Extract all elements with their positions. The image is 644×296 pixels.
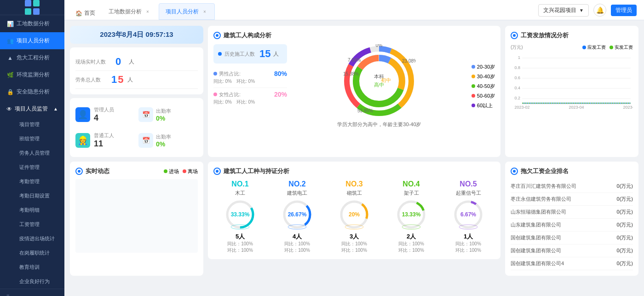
sidebar-item-attendance-date[interactable]: 考勤日期设置 [13,189,64,203]
worker-3: NO.3 砌筑工 20% 3人 [328,180,381,254]
tab-construction-data[interactable]: 工地数据分析 × [102,3,158,20]
worker-attendance-info: 出勤率 0% [156,133,171,148]
svg-text:0.2: 0.2 [514,96,520,100]
svg-text:2023-06: 2023-06 [623,105,633,109]
sidebar-item-cert-mgmt[interactable]: 证件管理 [13,160,64,174]
sidebar-item-project-mgmt[interactable]: 项目管理 [13,117,64,132]
wage-chart-area: 1 0.8 0.6 0.4 0.2 [511,53,633,109]
home-icon: 🏠 [75,10,82,17]
male-stat: 男性占比: 80% 同比: 0% 环比: 0% [213,67,287,88]
wage-title: 工资发放情况分析 [511,31,633,40]
svg-text:0.8: 0.8 [514,65,520,70]
realtime-title: 实时动态 [75,167,109,175]
tab-home[interactable]: 🏠 首页 [70,6,101,20]
svg-text:0%: 0% [376,44,383,48]
sidebar-item-enterprise[interactable]: 企业良好行为 [13,274,64,289]
entry-dot [164,169,167,173]
female-dot [213,93,217,96]
sidebar: 📊 工地数据分析 👥 项目人员分析 ▲ 危大工程分析 🌿 环境监测分析 🔒 安全… [0,0,64,296]
tab-close-construction[interactable]: × [144,8,151,15]
construction-analysis-panel: 建筑工人构成分析 历史施工人数 15 人 [208,26,500,157]
worker-5-circle: 6.67% [442,198,495,231]
svg-text:53.85%: 53.85% [357,108,373,113]
worker-1-tongbi: 同比：100% [213,241,267,247]
svg-text:13.33%: 13.33% [402,211,421,218]
svg-text:6.67%: 6.67% [460,211,476,218]
debt-item-0: 枣庄百川汇建筑劳务有限公司 0(万元) [511,180,633,193]
people-icon: 👥 [6,37,14,45]
wage-legend: 应发工资 实发工资 [582,44,633,51]
sidebar-item-wage-mgmt[interactable]: 工资管理 [13,217,64,232]
tab-close-personnel[interactable]: × [201,8,208,15]
history-stat: 历史施工人数 15 人 [213,44,287,64]
sidebar-item-safety[interactable]: 🔒 安全隐患分析 [0,83,64,100]
svg-text:0.6: 0.6 [514,75,520,80]
worker-1-circle: 33.33% [213,198,267,231]
worker-type-icon [213,168,221,175]
female-row: 女性占比: 20% [213,91,287,98]
svg-text:2023-02: 2023-02 [514,105,529,109]
manager-avatar: 👤 [75,107,90,122]
construction-stats: 历史施工人数 15 人 男性占比: 80% [213,44,287,128]
sidebar-item-major-engineering[interactable]: ▲ 危大工程分析 [0,49,64,66]
dot-40-50 [472,84,475,88]
worker-2-huanbi: 环比：100% [270,247,324,254]
male-label-wrap: 男性占比: [213,70,241,77]
title-icon [213,32,221,39]
sidebar-item-attendance-mgmt[interactable]: 考勤管理 [13,174,64,189]
menu-icon: ≡ [6,293,9,296]
top-controls: 文兴花园项目 ▼ 🔔 管理员 [531,0,644,20]
svg-rect-2 [25,8,31,15]
svg-text:2023-04: 2023-04 [569,105,584,109]
worker-type-card: 建筑工人工种与持证分析 NO.1 木工 [208,162,500,259]
manager-card: 👤 管理人员 4 [75,104,135,126]
female-stat: 女性占比: 20% 同比: 0% 环比: 0% [213,88,287,108]
wage-card: 工资发放情况分析 (万元) 应发工资 实发工资 [505,26,638,157]
debt-item-3: 山东建筑集团有限公司 0(万元) [511,219,633,232]
notification-bell[interactable]: 🔔 [593,4,606,17]
sidebar-item-attendance-detail[interactable]: 考勤明细 [13,203,64,217]
sidebar-collapse-btn[interactable]: ≡ [0,289,64,296]
sidebar-item-team-mgmt[interactable]: 班组管理 [13,132,64,146]
debt-panel: 拖欠工资企业排名 枣庄百川汇建筑劳务有限公司 0(万元) 枣庄永信建筑劳务有限公… [505,162,638,276]
tab-project-personnel[interactable]: 项目人员分析 × [159,3,215,20]
svg-text:26.67%: 26.67% [288,211,307,218]
debt-card: 拖欠工资企业排名 枣庄百川汇建筑劳务有限公司 0(万元) 枣庄永信建筑劳务有限公… [505,162,638,276]
worker-2-tongbi: 同比：100% [270,241,324,247]
manager-attendance-info: 出勤率 0% [156,108,171,122]
sidebar-item-construction-data[interactable]: 📊 工地数据分析 [0,15,64,32]
sidebar-item-covid[interactable]: 疫情进出场统计 [13,232,64,246]
worker-1-huanbi: 环比：100% [213,247,267,254]
worker-type-panel: 建筑工人工种与持证分析 NO.1 木工 [208,162,500,276]
worker-card: 👷 普通工人 11 [75,129,135,151]
sidebar-item-onduty[interactable]: 在岗履职统计 [13,246,64,260]
shield-icon: 🔒 [6,88,14,96]
wage-legend-actual: 实发工资 [610,44,633,51]
worker-2-circle: 26.67% [270,198,324,231]
sidebar-item-env-monitor[interactable]: 🌿 环境监测分析 [0,66,64,83]
svg-rect-1 [33,0,40,6]
debt-item-6: 国创建筑集团有限公司4 0(万元) [511,257,633,270]
sidebar-item-labor-mgmt[interactable]: 劳务人员管理 [13,146,64,160]
sidebar-item-project-personnel[interactable]: 👥 项目人员分析 [0,32,64,49]
sidebar-group-personnel-monitor[interactable]: 👁 项目人员监管 ▲ [0,100,64,117]
history-dot [218,52,222,56]
attendance-icon-2: 📅 [138,133,153,148]
donut-svg: 本科 初中 高中 0% 23.08% 53.85% 15.38% 7.69% [342,44,416,118]
svg-text:20%: 20% [349,211,360,218]
worker-5-huanbi: 环比：100% [442,247,495,254]
worker-4-huanbi: 环比：100% [385,247,438,254]
project-selector[interactable]: 文兴花园项目 ▼ [538,4,589,17]
user-button[interactable]: 管理员 [611,5,637,16]
worker-info: 普通工人 11 [94,132,114,149]
legend-60plus: 60以上 [472,102,495,109]
svg-text:高中: 高中 [374,82,384,87]
entry-status: 进场 [164,168,179,175]
actual-wage-dot [610,46,613,49]
sidebar-item-edu[interactable]: 教育培训 [13,260,64,274]
app-logo [0,0,64,15]
chart-desc: 学历大部分为高中，年龄主要30-40岁 [337,121,421,128]
male-compare: 同比: 0% 环比: 0% [213,78,287,85]
svg-text:1: 1 [518,55,520,60]
male-row: 男性占比: 80% [213,70,287,77]
